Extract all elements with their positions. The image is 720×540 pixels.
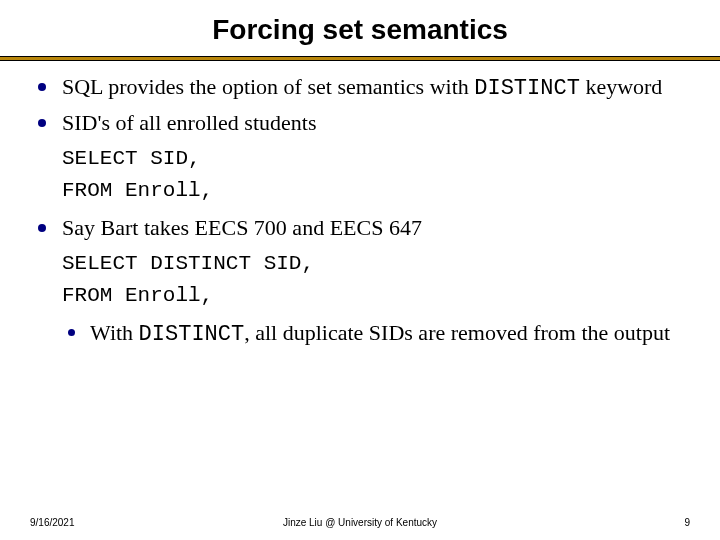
- sub-bullet-post: , all duplicate SIDs are removed from th…: [244, 320, 670, 345]
- sub-bullet-code: DISTINCT: [139, 322, 245, 347]
- code-block-2: SELECT DISTINCT SID, FROM Enroll,: [62, 248, 686, 311]
- sub-bullet-list: With DISTINCT, all duplicate SIDs are re…: [62, 319, 686, 349]
- bullet-list-2: Say Bart takes EECS 700 and EECS 647: [34, 214, 686, 242]
- slide: Forcing set semantics SQL provides the o…: [0, 0, 720, 540]
- code-block-1: SELECT SID, FROM Enroll,: [62, 143, 686, 206]
- slide-content: SQL provides the option of set semantics…: [0, 61, 720, 350]
- bullet-1: SQL provides the option of set semantics…: [34, 73, 686, 103]
- bullet-1-code: DISTINCT: [474, 76, 580, 101]
- code1-line2: FROM Enroll,: [62, 179, 213, 202]
- footer-date: 9/16/2021: [30, 517, 75, 528]
- bullet-3-text: Say Bart takes EECS 700 and EECS 647: [62, 215, 422, 240]
- bullet-1-text-post: keyword: [580, 74, 662, 99]
- footer: 9/16/2021 Jinze Liu @ University of Kent…: [0, 517, 720, 528]
- footer-page: 9: [684, 517, 690, 528]
- bullet-2: SID's of all enrolled students: [34, 109, 686, 137]
- slide-title: Forcing set semantics: [0, 0, 720, 56]
- bullet-2-text: SID's of all enrolled students: [62, 110, 316, 135]
- sub-bullet-pre: With: [90, 320, 139, 345]
- code1-line1: SELECT SID,: [62, 147, 201, 170]
- bullet-list: SQL provides the option of set semantics…: [34, 73, 686, 137]
- bullet-3: Say Bart takes EECS 700 and EECS 647: [34, 214, 686, 242]
- sub-list-wrap: With DISTINCT, all duplicate SIDs are re…: [62, 319, 686, 349]
- code2-line2: FROM Enroll,: [62, 284, 213, 307]
- sub-bullet-1: With DISTINCT, all duplicate SIDs are re…: [62, 319, 686, 349]
- footer-center: Jinze Liu @ University of Kentucky: [0, 517, 720, 528]
- bullet-1-text-pre: SQL provides the option of set semantics…: [62, 74, 474, 99]
- code2-line1: SELECT DISTINCT SID,: [62, 252, 314, 275]
